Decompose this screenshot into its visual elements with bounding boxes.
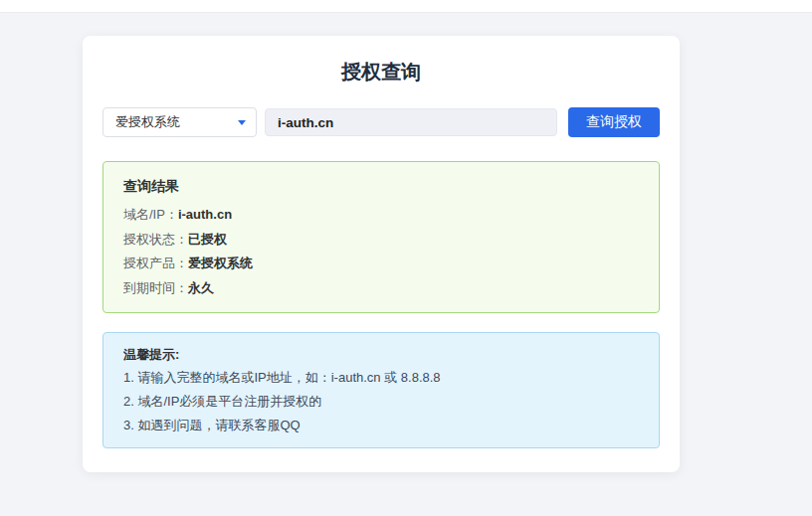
tips-item-2: 2. 域名/IP必须是平台注册并授权的 (123, 390, 639, 414)
query-submit-button[interactable]: 查询授权 (568, 107, 660, 137)
query-card: 授权查询 爱授权系统 查询授权 查询结果 域名/IP：i-auth.cn 授权状… (83, 36, 680, 472)
result-label: 授权产品： (123, 256, 188, 270)
chevron-down-icon (238, 120, 246, 125)
result-label: 授权状态： (123, 232, 188, 247)
result-label: 域名/IP： (123, 207, 178, 222)
result-row-domain: 域名/IP：i-auth.cn (123, 203, 639, 228)
result-row-expiry: 到期时间：永久 (123, 276, 639, 301)
tips-title: 温馨提示: (123, 344, 639, 366)
product-select[interactable]: 爱授权系统 (102, 107, 257, 137)
result-value: i-auth.cn (178, 207, 232, 222)
product-select-value: 爱授权系统 (115, 113, 180, 131)
result-value: 爱授权系统 (188, 256, 253, 270)
page-title: 授权查询 (102, 58, 660, 86)
result-label: 到期时间： (123, 280, 188, 295)
tips-item-1: 1. 请输入完整的域名或IP地址，如：i-auth.cn 或 8.8.8.8 (123, 366, 639, 390)
domain-input[interactable] (265, 108, 557, 136)
query-result-panel: 查询结果 域名/IP：i-auth.cn 授权状态：已授权 授权产品：爱授权系统… (102, 161, 660, 313)
result-value: 永久 (188, 280, 214, 295)
tips-item-3: 3. 如遇到问题，请联系客服QQ (123, 414, 639, 437)
result-title: 查询结果 (123, 176, 639, 196)
result-value: 已授权 (188, 232, 227, 247)
result-row-status: 授权状态：已授权 (123, 228, 639, 253)
top-bar (0, 0, 812, 13)
result-row-product: 授权产品：爱授权系统 (123, 252, 639, 276)
tips-panel: 温馨提示: 1. 请输入完整的域名或IP地址，如：i-auth.cn 或 8.8… (102, 332, 660, 448)
query-form: 爱授权系统 查询授权 (102, 107, 660, 137)
